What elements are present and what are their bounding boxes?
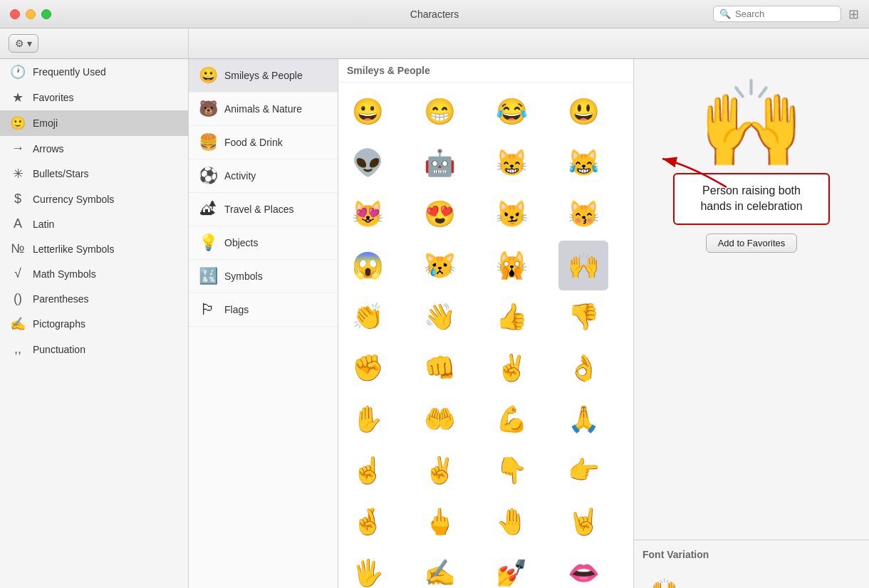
sidebar-item-frequently-used[interactable]: 🕐Frequently Used — [0, 59, 188, 85]
category-item-activity[interactable]: ⚽Activity — [189, 159, 338, 193]
emoji-cell[interactable]: 😍 — [415, 189, 464, 239]
emoji-cell[interactable]: ✍ — [415, 548, 464, 588]
emoji-cell[interactable]: 🙏 — [558, 394, 608, 444]
sidebar-item-label-punctuation: Punctuation — [33, 344, 85, 355]
sidebar-item-letterlike-symbols[interactable]: №Letterlike Symbols — [0, 236, 188, 261]
category-item-food-drink[interactable]: 🍔Food & Drink — [189, 126, 338, 159]
category-label-food-drink: Food & Drink — [224, 137, 283, 148]
sidebar-item-label-letterlike-symbols: Letterlike Symbols — [33, 243, 114, 255]
category-item-smileys-people[interactable]: 😀Smileys & People — [189, 59, 338, 93]
emoji-cell[interactable]: 🤚 — [486, 497, 536, 547]
emoji-cell[interactable]: 😽 — [558, 189, 608, 239]
sidebar-item-latin[interactable]: ALatin — [0, 211, 188, 236]
emoji-cell[interactable]: 😹 — [558, 138, 608, 188]
titlebar: Characters 🔍 ⊞ — [0, 0, 869, 28]
emoji-grid-header-label: Smileys & People — [347, 65, 430, 76]
emoji-cell[interactable]: 👄 — [558, 548, 608, 588]
add-favorites-button[interactable]: Add to Favorites — [706, 233, 798, 253]
emoji-cell[interactable]: ✊ — [343, 343, 392, 393]
flags-category-icon: 🏳 — [199, 300, 217, 319]
letterlike-symbols-icon: № — [10, 241, 26, 256]
gear-button[interactable]: ⚙ ▾ — [9, 34, 38, 53]
emoji-cell[interactable]: 🙌 — [558, 241, 608, 290]
emoji-cell[interactable]: 🤘 — [558, 497, 608, 547]
category-label-symbols: Symbols — [224, 271, 263, 282]
emoji-cell[interactable]: 😃 — [558, 87, 608, 137]
symbols-category-icon: 🔣 — [199, 267, 217, 285]
currency-symbols-icon: $ — [10, 191, 26, 206]
activity-category-icon: ⚽ — [199, 167, 217, 185]
sidebar-item-label-bullets-stars: Bullets/Stars — [33, 168, 89, 179]
emoji-cell[interactable]: 👎 — [558, 292, 608, 342]
emoji-cell[interactable]: 👉 — [558, 446, 608, 495]
latin-icon: A — [10, 216, 26, 231]
category-label-animals-nature: Animals & Nature — [224, 103, 302, 115]
maximize-button[interactable] — [41, 9, 51, 19]
category-item-travel-places[interactable]: 🏕Travel & Places — [189, 193, 338, 226]
math-symbols-icon: √ — [10, 266, 26, 281]
sidebar-item-currency-symbols[interactable]: $Currency Symbols — [0, 187, 188, 211]
emoji-cell[interactable]: 🤖 — [415, 138, 464, 188]
sidebar-item-punctuation[interactable]: ,,Punctuation — [0, 337, 188, 362]
emoji-cell[interactable]: ✋ — [343, 394, 392, 444]
main-layout: 🕐Frequently Used★Favorites🙂Emoji→Arrows✳… — [0, 59, 869, 588]
emoji-cell[interactable]: ☝ — [343, 446, 392, 495]
emoji-cell[interactable]: 😀 — [343, 87, 392, 137]
emoji-grid-scroll[interactable]: 😀😁😂😃👽🤖😸😹😻😍😼😽😱😿🙀🙌👏👋👍👎✊👊✌👌✋🤲💪🙏☝✌👇👉🤞🖕🤚🤘🖐✍💅👄… — [338, 83, 633, 588]
emoji-cell[interactable]: 😸 — [486, 138, 536, 188]
left-sidebar: 🕐Frequently Used★Favorites🙂Emoji→Arrows✳… — [0, 59, 189, 588]
emoji-cell[interactable]: 🙀 — [486, 241, 536, 290]
emoji-cell[interactable]: 👋 — [415, 292, 464, 342]
font-variation-section: Font Variation 🙌 — [634, 540, 869, 588]
search-box[interactable]: 🔍 — [713, 6, 841, 22]
emoji-cell[interactable]: ✌ — [486, 343, 536, 393]
font-var-cell[interactable]: 🙌 — [642, 567, 685, 588]
toolbar-area: ⚙ ▾ — [0, 28, 869, 59]
emoji-cell[interactable]: 💪 — [486, 394, 536, 444]
sidebar-item-parentheses[interactable]: ()Parentheses — [0, 286, 188, 311]
sidebar-item-math-symbols[interactable]: √Math Symbols — [0, 261, 188, 286]
sidebar-item-pictographs[interactable]: ✍Pictographs — [0, 311, 188, 337]
emoji-cell[interactable]: 😁 — [415, 87, 464, 137]
emoji-cell[interactable]: 👌 — [558, 343, 608, 393]
chevron-down-icon: ▾ — [27, 38, 32, 49]
animals-nature-category-icon: 🐻 — [199, 100, 217, 118]
emoji-cell[interactable]: 👍 — [486, 292, 536, 342]
category-label-smileys-people: Smileys & People — [224, 70, 303, 81]
sidebar-item-label-math-symbols: Math Symbols — [33, 268, 96, 280]
sidebar-item-favorites[interactable]: ★Favorites — [0, 85, 188, 110]
emoji-cell[interactable]: 💅 — [486, 548, 536, 588]
emoji-cell[interactable]: 😼 — [486, 189, 536, 239]
grid-view-icon[interactable]: ⊞ — [848, 6, 859, 22]
sidebar-item-bullets-stars[interactable]: ✳Bullets/Stars — [0, 161, 188, 187]
emoji-cell[interactable]: 👏 — [343, 292, 392, 342]
titlebar-right: 🔍 ⊞ — [713, 6, 859, 22]
close-button[interactable] — [10, 9, 20, 19]
emoji-cell[interactable]: 👊 — [415, 343, 464, 393]
emoji-cell[interactable]: 😿 — [415, 241, 464, 290]
emoji-cell[interactable]: ✌ — [415, 446, 464, 495]
sidebar-item-label-frequently-used: Frequently Used — [33, 66, 106, 78]
emoji-cell[interactable]: 🖐 — [343, 548, 392, 588]
emoji-grid-area: Smileys & People 😀😁😂😃👽🤖😸😹😻😍😼😽😱😿🙀🙌👏👋👍👎✊👊✌… — [338, 59, 634, 588]
sidebar-item-arrows[interactable]: →Arrows — [0, 136, 188, 161]
minimize-button[interactable] — [26, 9, 36, 19]
emoji-cell[interactable]: 😱 — [343, 241, 392, 290]
emoji-cell[interactable]: 😂 — [486, 87, 536, 137]
favorites-icon: ★ — [10, 90, 26, 105]
sidebar-item-emoji[interactable]: 🙂Emoji — [0, 110, 188, 136]
pictographs-icon: ✍ — [10, 316, 26, 332]
bullets-stars-icon: ✳ — [10, 166, 26, 182]
emoji-cell[interactable]: 😻 — [343, 189, 392, 239]
emoji-cell[interactable]: 🤞 — [343, 497, 392, 547]
category-item-animals-nature[interactable]: 🐻Animals & Nature — [189, 93, 338, 126]
category-item-symbols[interactable]: 🔣Symbols — [189, 260, 338, 293]
emoji-cell[interactable]: 🖕 — [415, 497, 464, 547]
food-drink-category-icon: 🍔 — [199, 133, 217, 152]
emoji-cell[interactable]: 👇 — [486, 446, 536, 495]
emoji-cell[interactable]: 👽 — [343, 138, 392, 188]
category-item-flags[interactable]: 🏳Flags — [189, 293, 338, 327]
search-input[interactable] — [735, 9, 835, 19]
category-item-objects[interactable]: 💡Objects — [189, 226, 338, 260]
emoji-cell[interactable]: 🤲 — [415, 394, 464, 444]
